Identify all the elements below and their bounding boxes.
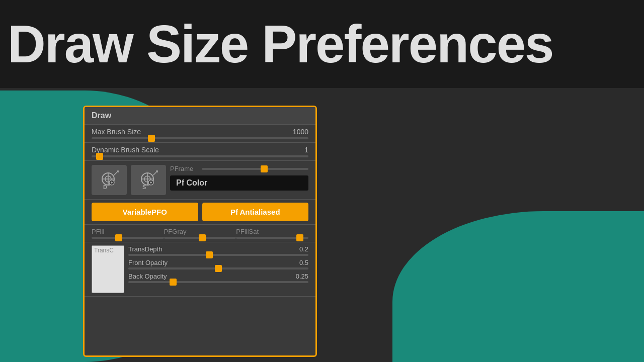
max-brush-size-track[interactable] [92, 137, 308, 139]
trans-row: TransC TransDepth 0.2 Front Opacity [85, 242, 315, 297]
pf-color-label: Pf Color [176, 178, 207, 187]
panel-content: Max Brush Size 1000 Dynamic Brush Scale … [85, 125, 315, 297]
draw-preferences-panel: Draw Max Brush Size 1000 Dynamic Brush S… [83, 106, 317, 357]
pfgray-slider[interactable] [164, 237, 236, 239]
pframe-slider[interactable] [202, 168, 308, 170]
front-opacity-thumb[interactable] [215, 265, 222, 272]
trans-depth-thumb[interactable] [206, 251, 213, 258]
trans-controls: TransDepth 0.2 Front Opacity 0.5 [128, 245, 308, 283]
title-bar: Draw Size Preferences [0, 0, 644, 88]
dynamic-brush-scale-row: Dynamic Brush Scale 1 [85, 143, 315, 161]
pfill-col: PFill [92, 228, 164, 239]
pframe-label: PFrame [170, 165, 198, 172]
back-opacity-group: Back Opacity 0.25 [128, 273, 308, 283]
front-opacity-group: Front Opacity 0.5 [128, 259, 308, 269]
pfgray-col: PFGray [164, 228, 236, 239]
page-title: Draw Size Preferences [8, 18, 553, 70]
max-brush-size-value: 1000 [293, 128, 308, 136]
max-brush-size-label: Max Brush Size [92, 128, 141, 136]
max-brush-size-thumb[interactable] [148, 135, 155, 142]
brush-s-icon: S [138, 170, 158, 190]
dynamic-brush-scale-value: 1 [304, 146, 308, 154]
icon-s-button[interactable]: S [131, 165, 166, 195]
panel-header-text: Draw [92, 111, 111, 120]
dynamic-brush-scale-track[interactable] [92, 155, 308, 157]
pfill-slider[interactable] [92, 237, 164, 239]
front-opacity-slider[interactable] [128, 267, 308, 269]
back-opacity-slider[interactable] [128, 281, 308, 283]
brush-d-icon: D [99, 170, 119, 190]
dynamic-brush-scale-thumb[interactable] [96, 153, 103, 160]
pframe-pfcolor-group: PFrame Pf Color [170, 165, 308, 191]
front-opacity-value: 0.5 [299, 259, 308, 266]
trans-color-box: TransC [92, 245, 124, 293]
variable-pfo-button[interactable]: VariablePFO [92, 203, 198, 221]
pfillsat-col: PFillSat [236, 228, 308, 239]
pframe-row: PFrame [170, 165, 308, 172]
front-opacity-label: Front Opacity [128, 259, 168, 266]
back-opacity-row: Back Opacity 0.25 [128, 273, 308, 280]
trans-depth-group: TransDepth 0.2 [128, 245, 308, 256]
pfillsat-slider[interactable] [236, 237, 308, 239]
pfill-thumb[interactable] [115, 234, 122, 241]
svg-text:D: D [103, 184, 107, 190]
pframe-thumb[interactable] [261, 165, 268, 172]
trans-depth-label: TransDepth [128, 245, 162, 253]
trans-depth-slider[interactable] [128, 254, 308, 256]
trans-depth-row: TransDepth 0.2 [128, 245, 308, 253]
pf-color-box[interactable]: Pf Color [170, 175, 308, 191]
svg-text:S: S [142, 184, 146, 190]
pfill-label: PFill [92, 228, 164, 235]
pf-antialiased-button[interactable]: Pf Antialiased [202, 203, 309, 221]
pfillsat-thumb[interactable] [296, 234, 303, 241]
trans-depth-value: 0.2 [299, 245, 308, 253]
icons-pframe-row: D S [85, 161, 315, 200]
panel-header: Draw [85, 107, 315, 125]
back-opacity-value: 0.25 [296, 273, 308, 280]
back-opacity-thumb[interactable] [170, 279, 177, 286]
max-brush-size-row: Max Brush Size 1000 [85, 125, 315, 143]
buttons-row: VariablePFO Pf Antialiased [85, 200, 315, 225]
trans-color-label: TransC [94, 247, 114, 254]
pfgray-thumb[interactable] [199, 234, 206, 241]
back-opacity-label: Back Opacity [128, 273, 167, 280]
pfill-row: PFill PFGray PFillSat [85, 225, 315, 242]
icon-d-button[interactable]: D [92, 165, 127, 195]
